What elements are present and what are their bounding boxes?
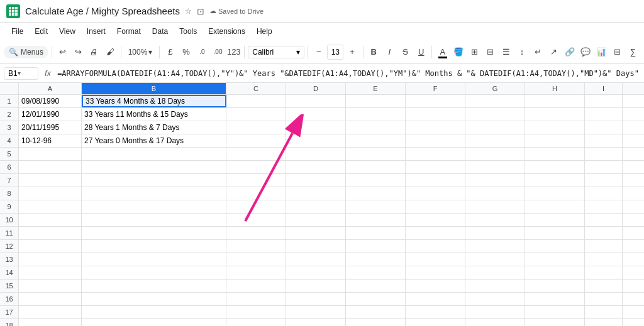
cell-d3[interactable] bbox=[286, 121, 346, 134]
row-number-17[interactable]: 17 bbox=[0, 306, 19, 318]
cell-e4[interactable] bbox=[346, 134, 406, 147]
cell-i9[interactable] bbox=[585, 200, 623, 213]
cell-g7[interactable] bbox=[465, 174, 525, 187]
cell-f10[interactable] bbox=[406, 214, 465, 226]
cell-g14[interactable] bbox=[465, 266, 525, 279]
row-number-7[interactable]: 7 bbox=[0, 174, 19, 187]
italic-button[interactable]: I bbox=[382, 44, 397, 60]
row-number-11[interactable]: 11 bbox=[0, 227, 19, 239]
cell-ref-dropdown-icon[interactable]: ▾ bbox=[18, 70, 21, 77]
cell-e12[interactable] bbox=[346, 240, 406, 253]
cell-d10[interactable] bbox=[286, 214, 346, 226]
cell-i13[interactable] bbox=[585, 253, 623, 266]
menu-item-insert[interactable]: Insert bbox=[82, 25, 111, 38]
wrap-button[interactable]: ↵ bbox=[531, 44, 545, 60]
cell-h3[interactable] bbox=[525, 121, 585, 134]
cell-d11[interactable] bbox=[286, 227, 346, 239]
cell-f5[interactable] bbox=[406, 148, 465, 160]
cell-f9[interactable] bbox=[406, 200, 465, 213]
cell-e3[interactable] bbox=[346, 121, 406, 134]
cell-h7[interactable] bbox=[525, 174, 585, 187]
cell-h6[interactable] bbox=[525, 161, 585, 173]
cell-c2[interactable] bbox=[226, 108, 286, 121]
cell-h4[interactable] bbox=[525, 134, 585, 147]
cell-b2[interactable]: 33 Years 11 Months & 15 Days bbox=[82, 108, 226, 121]
fill-color-button[interactable]: 🪣 bbox=[451, 44, 465, 60]
cell-f13[interactable] bbox=[406, 253, 465, 266]
row-number-15[interactable]: 15 bbox=[0, 280, 19, 292]
row-number-10[interactable]: 10 bbox=[0, 214, 19, 226]
cell-h14[interactable] bbox=[525, 266, 585, 279]
cell-g3[interactable] bbox=[465, 121, 525, 134]
align-button[interactable]: ☰ bbox=[499, 44, 513, 60]
number-format-button[interactable]: 123 bbox=[226, 44, 241, 60]
cell-c14[interactable] bbox=[226, 266, 286, 279]
cell-g16[interactable] bbox=[465, 293, 525, 305]
cell-e16[interactable] bbox=[346, 293, 406, 305]
menus-button[interactable]: 🔍 Menus bbox=[4, 46, 48, 58]
row-number-3[interactable]: 3 bbox=[0, 121, 19, 134]
cell-g8[interactable] bbox=[465, 187, 525, 200]
cell-c6[interactable] bbox=[226, 161, 286, 173]
cell-f6[interactable] bbox=[406, 161, 465, 173]
cell-d12[interactable] bbox=[286, 240, 346, 253]
cell-h8[interactable] bbox=[525, 187, 585, 200]
col-header-e[interactable]: E bbox=[346, 83, 406, 94]
row-number-12[interactable]: 12 bbox=[0, 240, 19, 253]
col-header-g[interactable]: G bbox=[465, 83, 525, 94]
menu-item-data[interactable]: Data bbox=[147, 25, 173, 38]
strikethrough-button[interactable]: S bbox=[398, 44, 413, 60]
cell-i12[interactable] bbox=[585, 240, 623, 253]
cell-c8[interactable] bbox=[226, 187, 286, 200]
cell-b14[interactable] bbox=[82, 266, 226, 279]
cell-h11[interactable] bbox=[525, 227, 585, 239]
cell-d14[interactable] bbox=[286, 266, 346, 279]
row-number-6[interactable]: 6 bbox=[0, 161, 19, 173]
cell-b6[interactable] bbox=[82, 161, 226, 173]
cell-b4[interactable]: 27 Years 0 Months & 17 Days bbox=[82, 134, 226, 147]
cell-a1[interactable]: 09/08/1990 bbox=[19, 95, 82, 107]
cell-h13[interactable] bbox=[525, 253, 585, 266]
cell-e13[interactable] bbox=[346, 253, 406, 266]
cell-e9[interactable] bbox=[346, 200, 406, 213]
cell-d6[interactable] bbox=[286, 161, 346, 173]
decimal-more-button[interactable]: .0 bbox=[195, 44, 209, 60]
cell-i14[interactable] bbox=[585, 266, 623, 279]
cell-d13[interactable] bbox=[286, 253, 346, 266]
cell-g2[interactable] bbox=[465, 108, 525, 121]
link-button[interactable]: 🔗 bbox=[562, 44, 577, 60]
cell-a18[interactable] bbox=[19, 319, 82, 326]
cell-c1[interactable] bbox=[226, 95, 286, 107]
font-size-increase-button[interactable]: + bbox=[345, 44, 359, 60]
cell-g5[interactable] bbox=[465, 148, 525, 160]
cell-i17[interactable] bbox=[585, 306, 623, 318]
cell-f2[interactable] bbox=[406, 108, 465, 121]
cell-g9[interactable] bbox=[465, 200, 525, 213]
menu-item-file[interactable]: File bbox=[6, 25, 28, 38]
col-header-a[interactable]: A bbox=[19, 83, 82, 94]
col-header-h[interactable]: H bbox=[525, 83, 585, 94]
row-number-18[interactable]: 18 bbox=[0, 319, 19, 326]
font-size-decrease-button[interactable]: − bbox=[311, 44, 326, 60]
cell-g4[interactable] bbox=[465, 134, 525, 147]
row-number-14[interactable]: 14 bbox=[0, 266, 19, 279]
paint-format-button[interactable]: 🖌 bbox=[103, 44, 118, 60]
cell-f17[interactable] bbox=[406, 306, 465, 318]
cell-h16[interactable] bbox=[525, 293, 585, 305]
cell-a8[interactable] bbox=[19, 187, 82, 200]
comment-button[interactable]: 💬 bbox=[578, 44, 592, 60]
cell-c3[interactable] bbox=[226, 121, 286, 134]
row-number-4[interactable]: 4 bbox=[0, 134, 19, 147]
currency-button[interactable]: £ bbox=[163, 44, 177, 60]
cell-c18[interactable] bbox=[226, 319, 286, 326]
cell-b13[interactable] bbox=[82, 253, 226, 266]
undo-button[interactable]: ↩ bbox=[55, 44, 70, 60]
cell-d18[interactable] bbox=[286, 319, 346, 326]
cell-i2[interactable] bbox=[585, 108, 623, 121]
cell-e7[interactable] bbox=[346, 174, 406, 187]
cell-b7[interactable] bbox=[82, 174, 226, 187]
cell-a5[interactable] bbox=[19, 148, 82, 160]
cell-h17[interactable] bbox=[525, 306, 585, 318]
redo-button[interactable]: ↪ bbox=[71, 44, 86, 60]
cell-d7[interactable] bbox=[286, 174, 346, 187]
